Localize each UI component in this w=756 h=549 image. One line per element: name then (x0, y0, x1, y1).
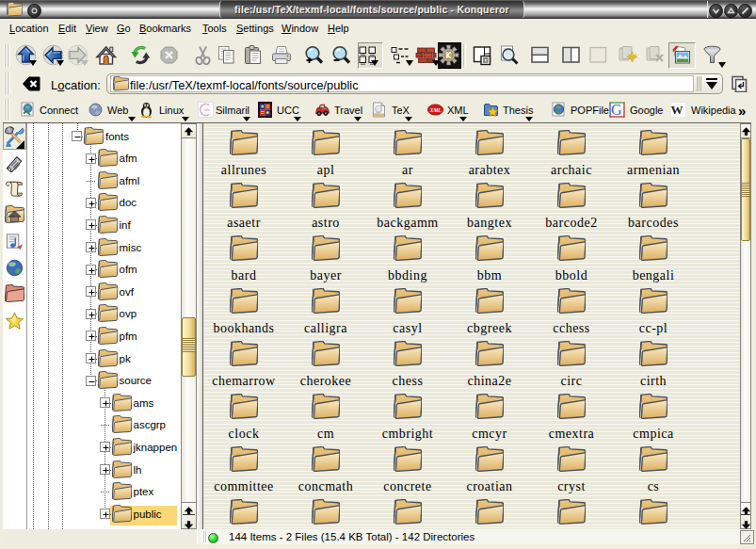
svg-text:G: G (611, 102, 622, 118)
svg-text:XML: XML (429, 107, 442, 113)
svg-text:silm: silm (204, 108, 210, 112)
svg-text:W: W (671, 103, 684, 117)
